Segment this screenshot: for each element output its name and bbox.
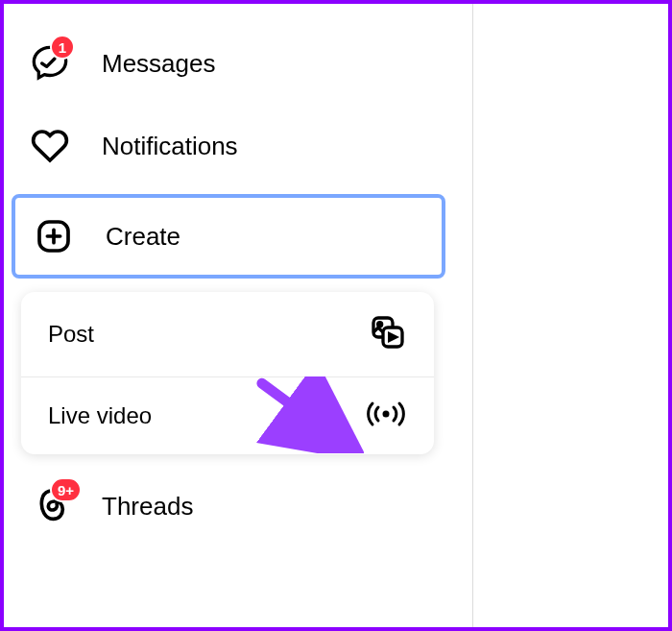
nav-label-threads: Threads [102,492,193,522]
nav-item-messages[interactable]: 1 Messages [12,29,445,98]
sidebar-divider [472,4,473,627]
create-option-post-label: Post [48,321,94,348]
create-dropdown: Post Live video [21,292,434,454]
create-plus-icon [35,217,81,255]
nav-label-notifications: Notifications [102,132,238,161]
messages-icon: 1 [31,44,77,83]
heart-icon [31,127,77,165]
sidebar: 1 Messages Notifications Create Post [4,4,445,541]
nav-item-threads[interactable]: 9+ Threads [12,472,445,541]
create-option-live-label: Live video [48,402,152,429]
media-icon [369,313,407,355]
nav-label-messages: Messages [102,49,216,79]
create-option-live[interactable]: Live video [21,376,434,454]
create-option-post[interactable]: Post [21,292,434,376]
threads-icon: 9+ [31,487,77,525]
nav-label-create: Create [106,222,180,252]
svg-point-7 [383,411,390,418]
nav-item-notifications[interactable]: Notifications [12,111,445,181]
messages-badge: 1 [50,35,75,60]
svg-marker-6 [390,334,396,341]
nav-item-create[interactable]: Create [12,194,445,279]
threads-badge: 9+ [50,477,82,502]
live-broadcast-icon [365,399,407,433]
